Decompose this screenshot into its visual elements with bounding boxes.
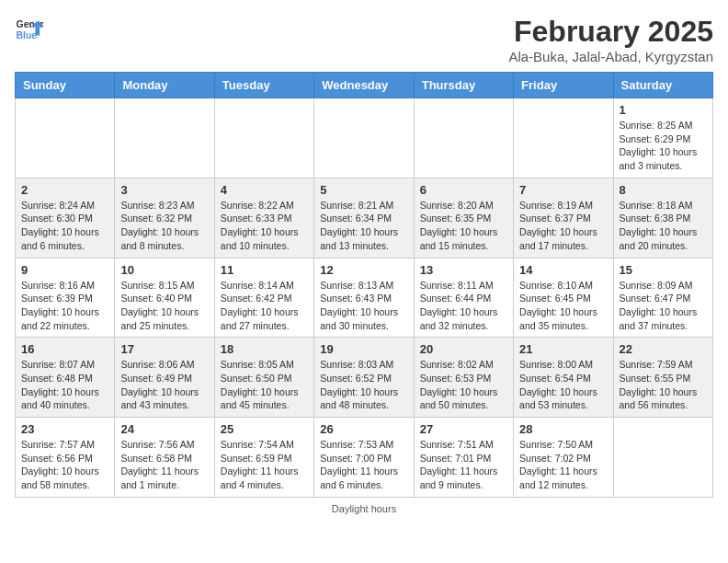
day-info: Sunrise: 7:53 AM Sunset: 7:00 PM Dayligh… (320, 438, 407, 492)
day-number: 3 (120, 183, 208, 197)
day-number: 11 (221, 263, 308, 277)
day-number: 9 (21, 263, 108, 277)
col-header-monday: Monday (115, 73, 214, 98)
calendar-week-row: 1Sunrise: 8:25 AM Sunset: 6:29 PM Daylig… (16, 98, 713, 178)
calendar-cell: 27Sunrise: 7:51 AM Sunset: 7:01 PM Dayli… (414, 418, 513, 498)
calendar-cell (414, 98, 513, 178)
calendar-cell: 8Sunrise: 8:18 AM Sunset: 6:38 PM Daylig… (613, 178, 712, 258)
logo-icon: General Blue (15, 15, 44, 44)
calendar-cell (214, 98, 313, 178)
calendar-cell: 15Sunrise: 8:09 AM Sunset: 6:47 PM Dayli… (613, 258, 712, 338)
calendar-cell: 23Sunrise: 7:57 AM Sunset: 6:56 PM Dayli… (16, 418, 115, 498)
calendar-cell: 20Sunrise: 8:02 AM Sunset: 6:53 PM Dayli… (414, 338, 513, 418)
day-number: 15 (620, 263, 707, 277)
day-number: 17 (120, 342, 208, 356)
calendar-cell: 25Sunrise: 7:54 AM Sunset: 6:59 PM Dayli… (214, 418, 313, 498)
calendar-week-row: 9Sunrise: 8:16 AM Sunset: 6:39 PM Daylig… (16, 258, 713, 338)
day-info: Sunrise: 8:22 AM Sunset: 6:33 PM Dayligh… (221, 199, 308, 253)
col-header-friday: Friday (514, 73, 613, 98)
title-area: February 2025 Ala-Buka, Jalal-Abad, Kyrg… (508, 15, 713, 64)
calendar-cell: 22Sunrise: 7:59 AM Sunset: 6:55 PM Dayli… (613, 338, 712, 418)
day-info: Sunrise: 8:24 AM Sunset: 6:30 PM Dayligh… (21, 199, 108, 253)
calendar-cell: 1Sunrise: 8:25 AM Sunset: 6:29 PM Daylig… (613, 98, 712, 178)
calendar-cell: 14Sunrise: 8:10 AM Sunset: 6:45 PM Dayli… (514, 258, 613, 338)
calendar-cell: 26Sunrise: 7:53 AM Sunset: 7:00 PM Dayli… (314, 418, 414, 498)
col-header-wednesday: Wednesday (314, 73, 414, 98)
day-info: Sunrise: 8:03 AM Sunset: 6:52 PM Dayligh… (320, 358, 407, 412)
calendar-cell: 12Sunrise: 8:13 AM Sunset: 6:43 PM Dayli… (314, 258, 414, 338)
col-header-thursday: Thursday (414, 73, 513, 98)
calendar-cell: 19Sunrise: 8:03 AM Sunset: 6:52 PM Dayli… (314, 338, 414, 418)
calendar-header-row: SundayMondayTuesdayWednesdayThursdayFrid… (16, 73, 713, 98)
calendar-cell: 16Sunrise: 8:07 AM Sunset: 6:48 PM Dayli… (16, 338, 115, 418)
calendar-cell: 7Sunrise: 8:19 AM Sunset: 6:37 PM Daylig… (514, 178, 613, 258)
calendar-cell: 2Sunrise: 8:24 AM Sunset: 6:30 PM Daylig… (16, 178, 115, 258)
day-info: Sunrise: 8:10 AM Sunset: 6:45 PM Dayligh… (519, 279, 607, 333)
calendar-cell: 17Sunrise: 8:06 AM Sunset: 6:49 PM Dayli… (115, 338, 214, 418)
day-info: Sunrise: 8:25 AM Sunset: 6:29 PM Dayligh… (620, 119, 707, 173)
day-info: Sunrise: 7:56 AM Sunset: 6:58 PM Dayligh… (120, 438, 208, 492)
calendar-cell: 21Sunrise: 8:00 AM Sunset: 6:54 PM Dayli… (514, 338, 613, 418)
footer-note: Daylight hours (15, 503, 713, 514)
calendar-cell: 24Sunrise: 7:56 AM Sunset: 6:58 PM Dayli… (115, 418, 214, 498)
day-number: 25 (221, 422, 308, 436)
day-number: 4 (221, 183, 308, 197)
day-info: Sunrise: 8:02 AM Sunset: 6:53 PM Dayligh… (420, 358, 507, 412)
calendar-cell (314, 98, 414, 178)
day-info: Sunrise: 8:15 AM Sunset: 6:40 PM Dayligh… (120, 279, 208, 333)
day-info: Sunrise: 7:59 AM Sunset: 6:55 PM Dayligh… (620, 358, 707, 412)
day-number: 6 (420, 183, 507, 197)
day-info: Sunrise: 7:54 AM Sunset: 6:59 PM Dayligh… (221, 438, 308, 492)
col-header-saturday: Saturday (613, 73, 712, 98)
month-title: February 2025 (508, 15, 713, 49)
day-number: 13 (420, 263, 507, 277)
day-number: 19 (320, 342, 407, 356)
calendar-cell: 6Sunrise: 8:20 AM Sunset: 6:35 PM Daylig… (414, 178, 513, 258)
calendar-week-row: 23Sunrise: 7:57 AM Sunset: 6:56 PM Dayli… (16, 418, 713, 498)
calendar-cell: 18Sunrise: 8:05 AM Sunset: 6:50 PM Dayli… (214, 338, 313, 418)
day-number: 21 (519, 342, 607, 356)
day-number: 27 (420, 422, 507, 436)
calendar-week-row: 2Sunrise: 8:24 AM Sunset: 6:30 PM Daylig… (16, 178, 713, 258)
day-info: Sunrise: 8:16 AM Sunset: 6:39 PM Dayligh… (21, 279, 108, 333)
calendar-cell: 5Sunrise: 8:21 AM Sunset: 6:34 PM Daylig… (314, 178, 414, 258)
logo: General Blue (15, 15, 44, 44)
day-info: Sunrise: 8:09 AM Sunset: 6:47 PM Dayligh… (620, 279, 707, 333)
day-number: 14 (519, 263, 607, 277)
day-number: 28 (519, 422, 607, 436)
day-number: 5 (320, 183, 407, 197)
calendar-cell: 3Sunrise: 8:23 AM Sunset: 6:32 PM Daylig… (115, 178, 214, 258)
calendar-cell: 13Sunrise: 8:11 AM Sunset: 6:44 PM Dayli… (414, 258, 513, 338)
day-info: Sunrise: 8:20 AM Sunset: 6:35 PM Dayligh… (420, 199, 507, 253)
day-number: 12 (320, 263, 407, 277)
day-number: 1 (620, 103, 707, 117)
calendar-cell: 9Sunrise: 8:16 AM Sunset: 6:39 PM Daylig… (16, 258, 115, 338)
day-number: 8 (620, 183, 707, 197)
calendar-cell: 10Sunrise: 8:15 AM Sunset: 6:40 PM Dayli… (115, 258, 214, 338)
day-number: 23 (21, 422, 108, 436)
calendar-cell: 4Sunrise: 8:22 AM Sunset: 6:33 PM Daylig… (214, 178, 313, 258)
calendar-cell: 28Sunrise: 7:50 AM Sunset: 7:02 PM Dayli… (514, 418, 613, 498)
day-info: Sunrise: 7:57 AM Sunset: 6:56 PM Dayligh… (21, 438, 108, 492)
day-number: 2 (21, 183, 108, 197)
day-info: Sunrise: 8:14 AM Sunset: 6:42 PM Dayligh… (221, 279, 308, 333)
day-info: Sunrise: 7:51 AM Sunset: 7:01 PM Dayligh… (420, 438, 507, 492)
location-title: Ala-Buka, Jalal-Abad, Kyrgyzstan (508, 49, 713, 64)
day-info: Sunrise: 8:13 AM Sunset: 6:43 PM Dayligh… (320, 279, 407, 333)
svg-text:Blue: Blue (17, 30, 38, 40)
day-info: Sunrise: 8:19 AM Sunset: 6:37 PM Dayligh… (519, 199, 607, 253)
day-info: Sunrise: 8:06 AM Sunset: 6:49 PM Dayligh… (120, 358, 208, 412)
calendar: SundayMondayTuesdayWednesdayThursdayFrid… (15, 72, 713, 498)
calendar-cell (115, 98, 214, 178)
col-header-sunday: Sunday (16, 73, 115, 98)
day-number: 10 (120, 263, 208, 277)
day-info: Sunrise: 8:00 AM Sunset: 6:54 PM Dayligh… (519, 358, 607, 412)
day-number: 22 (620, 342, 707, 356)
calendar-week-row: 16Sunrise: 8:07 AM Sunset: 6:48 PM Dayli… (16, 338, 713, 418)
day-info: Sunrise: 8:11 AM Sunset: 6:44 PM Dayligh… (420, 279, 507, 333)
day-info: Sunrise: 8:21 AM Sunset: 6:34 PM Dayligh… (320, 199, 407, 253)
day-number: 26 (320, 422, 407, 436)
calendar-cell (16, 98, 115, 178)
day-number: 16 (21, 342, 108, 356)
day-info: Sunrise: 8:23 AM Sunset: 6:32 PM Dayligh… (120, 199, 208, 253)
